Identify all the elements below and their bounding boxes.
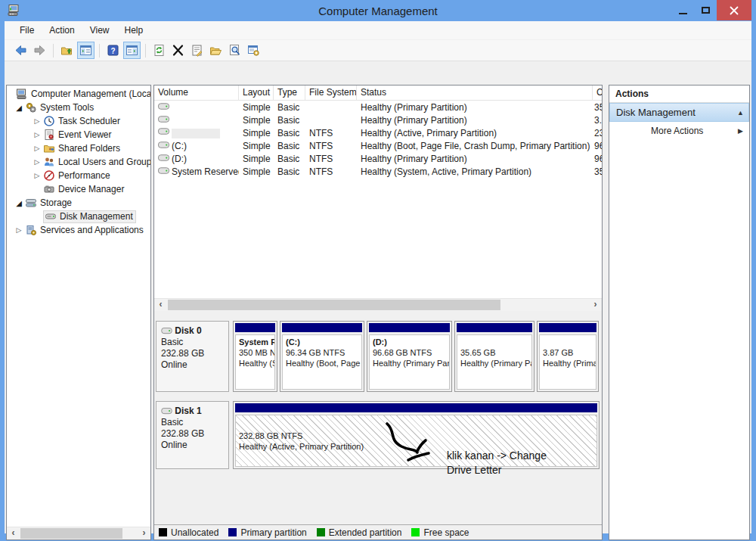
disk-0-label[interactable]: Disk 0 Basic 232.88 GB Online [156,321,229,392]
find-button[interactable] [226,42,243,59]
primary-partition-bar [235,403,597,412]
pane-splitter[interactable] [154,311,602,317]
disk-0-status: Online [161,359,224,371]
maximize-button[interactable] [694,0,717,20]
scroll-left-arrow-icon[interactable]: ‹ [7,527,20,539]
volume-row[interactable]: Simple Basic Healthy (Primary Partition)… [154,101,602,113]
collapsed-arrow-icon[interactable]: ▷ [31,172,43,179]
column-header-volume[interactable]: Volume [154,86,239,101]
tree-item-task-scheduler[interactable]: ▷ Task Scheduler [7,114,150,128]
volume-icon [158,115,169,123]
expanded-arrow-icon[interactable]: ◢ [13,104,25,112]
collapsed-arrow-icon[interactable]: ▷ [31,117,43,125]
window-content: File Action View Help ? [5,21,751,533]
volume-row[interactable]: Simple Basic Healthy (Primary Partition)… [154,113,602,126]
primary-partition-bar [369,323,450,332]
annotation-note: klik kanan -> Change Drive Letter [447,449,590,477]
tree-item-computer-management[interactable]: Computer Management (Local [7,87,150,101]
menu-help[interactable]: Help [117,23,151,38]
more-actions-item[interactable]: More Actions ▶ [609,122,749,140]
submenu-arrow-icon: ▶ [738,127,743,135]
menu-file[interactable]: File [12,23,42,38]
computer-icon [16,88,29,100]
tree-item-services-and-applications[interactable]: ▷ Services and Applications [7,223,150,237]
volume-row[interactable]: System Reserved Simple Basic NTFS Health… [154,165,602,178]
window-title: Computer Management [0,5,756,17]
refresh-icon [153,44,166,57]
close-icon [730,6,739,15]
scroll-left-arrow-icon[interactable]: ‹ [154,299,167,311]
partition-c[interactable]: (C:)96.34 GB NTFSHealthy (Boot, Page Fil… [280,321,364,392]
volume-list: Volume Layout Type File System Status C … [154,86,602,311]
forward-button[interactable] [31,42,48,59]
console-tree: Computer Management (Local ◢ System Tool… [7,87,150,524]
close-button[interactable] [717,0,751,20]
performance-icon [43,169,56,182]
tree-item-performance[interactable]: ▷ Performance [7,169,150,182]
minimize-button[interactable] [671,0,694,20]
tree-item-disk-management[interactable]: Disk Management [7,210,150,223]
actions-disk-management-group[interactable]: Disk Management ▲ [609,103,749,122]
tree-item-storage[interactable]: ◢ Storage [7,196,150,210]
column-header-layout[interactable]: Layout [239,86,274,101]
column-header-type[interactable]: Type [274,86,305,101]
tree-horizontal-scrollbar[interactable]: ‹ › [7,527,150,539]
properties-icon [191,44,203,57]
disk-icon [161,328,172,334]
refresh-button[interactable] [150,42,168,59]
console-tree-icon [79,44,92,57]
scroll-right-arrow-icon[interactable]: › [138,527,150,539]
tree-item-shared-folders[interactable]: ▷ Shared Folders [7,141,150,155]
column-header-status[interactable]: Status [357,86,593,101]
collapsed-arrow-icon[interactable]: ▷ [31,158,43,166]
tree-item-system-tools[interactable]: ◢ System Tools [7,101,150,114]
volume-row[interactable]: (C:) Simple Basic NTFS Healthy (Boot, Pa… [154,139,602,152]
partition-unnamed-2[interactable]: 3.87 GBHealthy (Primary Partition) [537,321,599,392]
properties-button[interactable] [188,42,206,59]
column-header-capacity[interactable]: C [593,86,602,101]
scrollbar-thumb[interactable] [168,300,500,310]
open-folder-button[interactable] [207,42,225,59]
tree-item-event-viewer[interactable]: ▷ Event Viewer [7,128,150,141]
expanded-arrow-icon[interactable]: ◢ [13,199,25,207]
maximize-icon [702,7,710,14]
collapse-caret-icon[interactable]: ▲ [737,109,744,117]
tree-item-device-manager[interactable]: Device Manager [7,182,150,196]
console-tree-toggle-button[interactable] [77,42,94,59]
help-button[interactable]: ? [104,42,122,59]
column-header-file-system[interactable]: File System [305,86,357,101]
primary-partition-bar [539,323,596,332]
scrollbar-thumb[interactable] [20,528,122,539]
collapsed-arrow-icon[interactable]: ▷ [31,145,43,152]
partition-system-reserved[interactable]: System Reserved350 MB NTFSHealthy (Syste… [233,321,277,392]
menu-action[interactable]: Action [42,23,82,38]
system-tools-icon [25,101,38,113]
action-pane-toggle-button[interactable] [123,42,141,59]
primary-partition-swatch [228,528,237,536]
collapsed-arrow-icon[interactable]: ▷ [31,131,43,138]
legend-primary-partition: Primary partition [228,527,306,538]
svg-text:?: ? [110,47,115,55]
back-icon [14,44,27,57]
delete-icon [172,44,184,57]
volume-row-selected[interactable]: Simple Basic NTFS Healthy (Active, Prima… [154,126,602,139]
action-pane-icon [125,44,138,57]
menu-view[interactable]: View [82,23,117,38]
tree-item-local-users-and-groups[interactable]: ▷ Local Users and Groups [7,155,150,169]
volume-row[interactable]: (D:) Simple Basic NTFS Healthy (Primary … [154,152,602,165]
scroll-right-arrow-icon[interactable]: › [589,299,602,311]
primary-partition-bar [457,323,532,332]
volume-list-horizontal-scrollbar[interactable]: ‹ › [154,298,602,311]
back-button[interactable] [12,42,29,59]
disk-graphical-view: Disk 0 Basic 232.88 GB Online System Res… [154,317,602,524]
body-area: Computer Management (Local ◢ System Tool… [5,61,751,533]
up-folder-button[interactable] [58,42,76,59]
collapsed-arrow-icon[interactable]: ▷ [13,226,25,234]
console-options-button[interactable] [245,42,262,59]
partition-unnamed-1[interactable]: 35.65 GBHealthy (Primary Partition) [454,321,534,392]
disk-1-label[interactable]: Disk 1 Basic 232.88 GB Online [156,401,229,469]
local-users-icon [43,156,56,168]
delete-button[interactable] [169,42,187,59]
partition-d[interactable]: (D:)96.68 GB NTFSHealthy (Primary Partit… [367,321,452,392]
storage-icon [25,197,38,209]
